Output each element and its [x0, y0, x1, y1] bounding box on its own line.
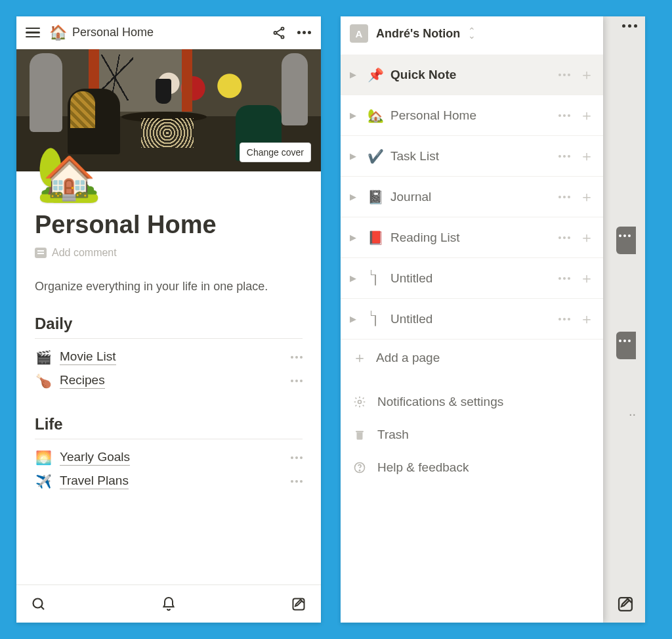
row-more-icon[interactable]	[291, 480, 303, 483]
svg-point-0	[281, 27, 284, 30]
page-more-icon[interactable]	[558, 196, 570, 198]
workspace-switcher[interactable]: A André's Notion ⌃⌄	[341, 16, 603, 51]
topbar-page-name: Personal Home	[72, 26, 154, 39]
add-comment-label: Add comment	[52, 247, 117, 259]
page-add-child-icon[interactable]: ＋	[579, 228, 594, 248]
search-icon[interactable]	[30, 595, 48, 613]
topbar: 🏠 Personal Home	[16, 16, 321, 49]
more-icon[interactable]	[296, 25, 312, 41]
sidebar-page-label: Task List	[390, 149, 439, 164]
phone-sidebar-view: .. A André's Notion ⌃⌄ ▶📌Quick Note＋▶🏡Pe…	[341, 16, 645, 623]
sidebar-util-row[interactable]: Trash	[341, 418, 603, 451]
page-more-icon[interactable]	[558, 74, 570, 76]
sidebar-page-row[interactable]: ▶Untitled＋	[341, 299, 603, 340]
page-icon: 📌	[367, 67, 384, 83]
help-icon	[352, 460, 367, 475]
topbar-title[interactable]: 🏠 Personal Home	[49, 24, 154, 41]
svg-point-6	[358, 401, 362, 404]
bg-more-icon[interactable]	[622, 24, 637, 28]
page-link[interactable]: Travel Plans	[60, 474, 129, 489]
utility-list: Notifications & settingsTrashHelp & feed…	[341, 376, 603, 484]
sidebar-util-row[interactable]: Help & feedback	[341, 451, 603, 484]
bg-card-fragment	[616, 332, 636, 359]
page-add-child-icon[interactable]: ＋	[579, 146, 594, 166]
sidebar-page-row[interactable]: ▶📕Reading List＋	[341, 217, 603, 258]
page-link-icon: 🍗	[35, 373, 52, 389]
sidebar-page-row[interactable]: ▶🏡Personal Home＋	[341, 95, 603, 136]
share-icon[interactable]	[271, 25, 287, 41]
menu-icon[interactable]	[26, 28, 40, 38]
section-heading[interactable]: Life	[35, 415, 303, 433]
sidebar-drawer: A André's Notion ⌃⌄ ▶📌Quick Note＋▶🏡Perso…	[341, 16, 603, 623]
page-link-row: 🎬Movie List	[35, 345, 303, 369]
page-more-icon[interactable]	[558, 277, 570, 280]
page-add-child-icon[interactable]: ＋	[579, 65, 594, 85]
expand-caret-icon[interactable]: ▶	[350, 110, 360, 120]
divider	[35, 439, 303, 439]
page-link-row: ✈️Travel Plans	[35, 470, 303, 493]
add-page-button[interactable]: ＋ Add a page	[341, 340, 603, 376]
page-more-icon[interactable]	[558, 114, 570, 117]
sidebar-page-label: Personal Home	[390, 108, 476, 123]
notifications-icon[interactable]	[159, 595, 178, 613]
page-more-icon[interactable]	[558, 155, 570, 158]
page-add-child-icon[interactable]: ＋	[579, 269, 594, 288]
trash-icon	[352, 428, 367, 442]
bottom-toolbar	[16, 584, 321, 623]
sidebar-page-label: Untitled	[390, 312, 432, 326]
workspace-name: André's Notion	[376, 27, 460, 41]
add-comment-button[interactable]: Add comment	[35, 247, 303, 259]
change-cover-button[interactable]: Change cover	[240, 143, 311, 162]
file-icon	[367, 311, 384, 326]
page-link[interactable]: Movie List	[60, 349, 116, 365]
page-link-icon: 🌅	[35, 450, 52, 466]
page-more-icon[interactable]	[558, 318, 570, 320]
file-icon	[367, 271, 384, 286]
sidebar-page-row[interactable]: ▶📌Quick Note＋	[341, 55, 603, 95]
svg-rect-7	[356, 431, 364, 432]
sidebar-util-label: Notifications & settings	[377, 395, 503, 409]
row-more-icon[interactable]	[291, 356, 303, 359]
section-heading[interactable]: Daily	[35, 315, 303, 333]
sidebar-page-row[interactable]: ▶Untitled＋	[341, 258, 603, 299]
page-title[interactable]: Personal Home	[35, 211, 303, 239]
expand-caret-icon[interactable]: ▶	[350, 273, 360, 283]
page-description[interactable]: Organize everything in your life in one …	[35, 277, 303, 296]
page-icon: 📓	[367, 189, 384, 205]
phone-page-view: 🏠 Personal Home Change cover 🏡 Personal …	[16, 16, 321, 623]
sidebar-page-row[interactable]: ▶✔️Task List＋	[341, 136, 603, 177]
expand-caret-icon[interactable]: ▶	[350, 314, 360, 324]
page-more-icon[interactable]	[558, 236, 570, 239]
sidebar-util-row[interactable]: Notifications & settings	[341, 386, 603, 418]
compose-icon[interactable]	[289, 595, 308, 613]
sidebar-page-row[interactable]: ▶📓Journal＋	[341, 177, 603, 217]
add-page-label: Add a page	[376, 351, 440, 365]
page-link-icon: 🎬	[35, 349, 52, 365]
page-add-child-icon[interactable]: ＋	[579, 187, 594, 207]
row-more-icon[interactable]	[291, 456, 303, 459]
bg-card-fragment	[616, 227, 636, 254]
expand-caret-icon[interactable]: ▶	[350, 70, 360, 79]
divider	[35, 338, 303, 339]
bg-text-fragment: ..	[629, 404, 636, 419]
bg-compose-icon[interactable]	[616, 595, 635, 613]
expand-caret-icon[interactable]: ▶	[350, 232, 360, 242]
comment-icon	[35, 248, 47, 258]
svg-point-2	[281, 35, 284, 38]
svg-point-1	[274, 31, 276, 33]
page-icon: ✔️	[367, 148, 384, 164]
page-add-child-icon[interactable]: ＋	[579, 309, 594, 329]
page-link[interactable]: Yearly Goals	[60, 450, 130, 466]
expand-caret-icon[interactable]: ▶	[350, 151, 360, 161]
svg-point-3	[33, 598, 43, 607]
sidebar-page-label: Quick Note	[390, 68, 456, 82]
sidebar-page-label: Journal	[390, 190, 431, 204]
expand-caret-icon[interactable]: ▶	[350, 192, 360, 202]
page-add-child-icon[interactable]: ＋	[579, 106, 594, 125]
page-hero-icon[interactable]: 🏡	[36, 148, 102, 200]
chevron-updown-icon: ⌃⌄	[468, 29, 476, 38]
svg-point-9	[359, 470, 360, 471]
page-content: Personal Home Add comment Organize every…	[16, 171, 321, 584]
page-link[interactable]: Recipes	[60, 373, 105, 389]
row-more-icon[interactable]	[291, 380, 303, 382]
